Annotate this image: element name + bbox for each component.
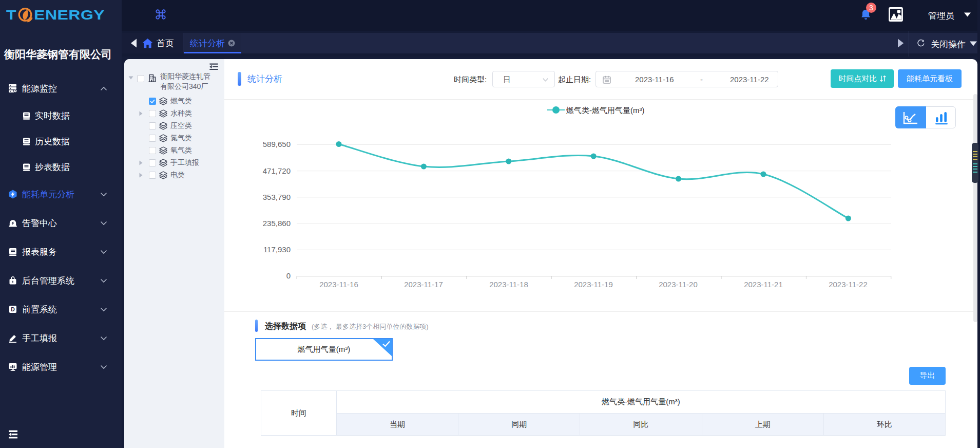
svg-text:235,860: 235,860 [263, 219, 291, 228]
svg-text:2023-11-18: 2023-11-18 [489, 280, 528, 289]
svg-text:2023-11-17: 2023-11-17 [404, 280, 443, 289]
svg-text:2023-11-19: 2023-11-19 [574, 280, 613, 289]
svg-text:117,930: 117,930 [263, 245, 291, 254]
svg-text:2023-11-16: 2023-11-16 [319, 280, 358, 289]
svg-text:589,650: 589,650 [263, 140, 291, 148]
svg-text:2023-11-20: 2023-11-20 [659, 280, 698, 289]
svg-text:353,790: 353,790 [263, 193, 291, 201]
svg-text:D: D [11, 306, 15, 312]
svg-text:471,720: 471,720 [263, 166, 291, 175]
svg-text:2023-11-21: 2023-11-21 [744, 280, 783, 289]
svg-text:0: 0 [286, 271, 291, 280]
svg-text:2023-11-22: 2023-11-22 [829, 280, 868, 289]
